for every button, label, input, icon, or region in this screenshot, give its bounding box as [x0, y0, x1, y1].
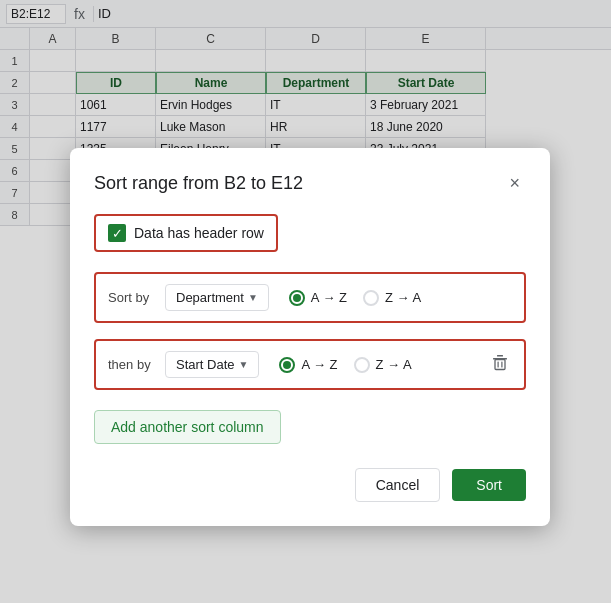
then-by-order-group: A → Z Z → A: [279, 357, 411, 373]
sort-by-az-radio-inner: [293, 294, 301, 302]
sort-by-order-group: A → Z Z → A: [289, 290, 421, 306]
header-row-checkbox-container: ✓ Data has header row: [108, 224, 264, 242]
sort-by-dropdown[interactable]: Department ▼: [165, 284, 269, 311]
sort-by-az-radio[interactable]: [289, 290, 305, 306]
dialog-header: Sort range from B2 to E12 ×: [94, 172, 526, 194]
delete-sort-row-button[interactable]: [488, 352, 512, 378]
add-sort-column-button[interactable]: Add another sort column: [94, 410, 281, 444]
sort-button[interactable]: Sort: [452, 469, 526, 501]
sort-by-za-label: Z → A: [385, 290, 421, 305]
svg-rect-2: [495, 359, 505, 369]
then-by-za-label: Z → A: [376, 357, 412, 372]
sort-by-az-label: A → Z: [311, 290, 347, 305]
sort-by-label: Sort by: [108, 290, 153, 305]
then-by-az-option[interactable]: A → Z: [279, 357, 337, 373]
cancel-button[interactable]: Cancel: [355, 468, 441, 502]
header-row-checkbox[interactable]: ✓: [108, 224, 126, 242]
then-by-label: then by: [108, 357, 153, 372]
then-by-za-radio[interactable]: [354, 357, 370, 373]
then-by-row: then by Start Date ▼ A → Z Z → A: [94, 339, 526, 390]
then-by-dropdown[interactable]: Start Date ▼: [165, 351, 259, 378]
dialog-footer: Cancel Sort: [94, 468, 526, 502]
dialog-title: Sort range from B2 to E12: [94, 173, 303, 194]
sort-by-arrow-icon: ▼: [248, 292, 258, 303]
then-by-za-option[interactable]: Z → A: [354, 357, 412, 373]
sort-by-selected: Department: [176, 290, 244, 305]
svg-rect-3: [498, 361, 499, 367]
trash-icon: [492, 354, 508, 372]
then-by-az-radio[interactable]: [279, 357, 295, 373]
then-by-selected: Start Date: [176, 357, 235, 372]
sort-by-za-option[interactable]: Z → A: [363, 290, 421, 306]
svg-rect-1: [497, 355, 503, 357]
sort-by-za-radio[interactable]: [363, 290, 379, 306]
svg-rect-4: [501, 361, 502, 367]
sort-by-az-option[interactable]: A → Z: [289, 290, 347, 306]
header-row-section: ✓ Data has header row: [94, 214, 278, 252]
close-button[interactable]: ×: [503, 172, 526, 194]
then-by-az-label: A → Z: [301, 357, 337, 372]
then-by-arrow-icon: ▼: [239, 359, 249, 370]
sort-dialog: Sort range from B2 to E12 × ✓ Data has h…: [70, 148, 550, 526]
sort-by-row: Sort by Department ▼ A → Z Z → A: [94, 272, 526, 323]
header-row-label: Data has header row: [134, 225, 264, 241]
then-by-az-radio-inner: [283, 361, 291, 369]
